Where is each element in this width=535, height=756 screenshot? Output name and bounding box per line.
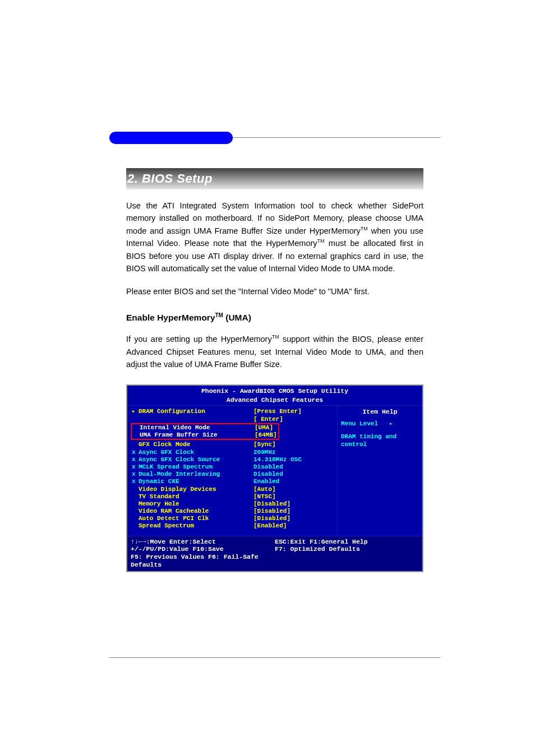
bios-setting-row: Internal Video Mode[UMA]: [133, 424, 277, 432]
triangle-right-icon: ▸: [132, 408, 139, 415]
tm-mark: TM: [272, 335, 279, 340]
bios-setting-value: Enabled: [253, 478, 279, 485]
bios-setting-value: 14.318MHz OSC: [253, 456, 302, 463]
bios-setting-value: [UMA]: [255, 424, 273, 432]
bios-setting-value: [Disabled]: [253, 515, 290, 522]
bios-setting-label: Spread Spectrum: [139, 522, 253, 530]
bios-setting-row: Video RAM Cacheable[Disabled]: [132, 508, 334, 515]
bios-row-marker: [132, 500, 139, 508]
subhead-text-a: Enable HyperMemory: [126, 313, 215, 322]
bios-setting-row: xAsync GFX Clock200MHz: [132, 449, 334, 456]
bios-setting-label: Video RAM Cacheable: [139, 508, 253, 515]
bios-setting-label: Async GFX Clock Source: [139, 456, 253, 463]
bios-setting-label: GFX Clock Mode: [139, 441, 253, 448]
subhead-text-b: (UMA): [223, 313, 251, 322]
header-pill: [109, 132, 233, 144]
paragraph-1: Use the ATI Integrated System Informatio…: [126, 200, 423, 275]
bios-setting-value: [Press Enter]: [253, 408, 302, 415]
bios-row-marker: [132, 522, 139, 530]
bios-setting-label: [139, 416, 253, 423]
bios-setting-label: MCLK Spread Spectrum: [139, 463, 253, 471]
bios-setting-label: Async GFX Clock: [139, 449, 253, 456]
header-bar: [109, 132, 440, 149]
bios-help-menu-label: Menu Level: [341, 420, 378, 427]
bios-setting-value: [NTSC]: [253, 493, 276, 500]
bios-setting-row: GFX Clock Mode[Sync]: [132, 441, 334, 448]
bios-row-marker: [132, 508, 139, 515]
bios-setting-row: xAsync GFX Clock Source14.318MHz OSC: [132, 456, 334, 463]
bios-setting-value: [64MB]: [255, 432, 277, 439]
bios-footer-right-2: F7: Optimized Defaults: [275, 545, 419, 553]
bios-setting-label: DRAM Configuration: [139, 408, 253, 415]
tm-mark: TM: [317, 239, 325, 244]
bios-row-marker: [132, 486, 139, 493]
bios-footer: ↑↓←→:Move Enter:Select +/-/PU/PD:Value F…: [127, 536, 422, 571]
bios-setting-label: Auto Detect PCI Clk: [139, 515, 253, 522]
bios-settings-panel: ▸DRAM Configuration[Press Enter][ Enter]…: [127, 406, 337, 535]
bios-setting-value: Disabled: [253, 463, 283, 471]
bios-setting-value: [Sync]: [253, 441, 276, 448]
bios-title1: Phoenix - AwardBIOS CMOS Setup Utility: [127, 386, 422, 396]
bios-setting-value: [Disabled]: [253, 500, 290, 508]
highlight-box: Internal Video Mode[UMA]UMA Frame Buffer…: [131, 423, 279, 440]
bios-setting-row: TV Standard[NTSC]: [132, 493, 334, 500]
bios-setting-row: [ Enter]: [132, 416, 334, 423]
triangle-right-icon: ▸: [389, 420, 393, 427]
bios-setting-row: Video Display Devices[Auto]: [132, 486, 334, 493]
bios-row-marker: [133, 432, 140, 439]
bios-setting-row: Auto Detect PCI Clk[Disabled]: [132, 515, 334, 522]
tm-mark: TM: [361, 226, 368, 231]
bios-help-panel: Item Help Menu Level ▸ DRAM timing and c…: [337, 406, 422, 535]
bios-title2: Advanced Chipset Features: [127, 396, 422, 406]
bios-setting-label: Memory Hole: [139, 500, 253, 508]
bios-row-marker: [132, 416, 139, 423]
bios-setting-label: UMA Frame Buffer Size: [140, 432, 255, 439]
bios-row-marker: x: [132, 471, 139, 478]
bios-setting-value: [ Enter]: [253, 416, 283, 423]
bios-help-text: DRAM timing and control: [341, 433, 419, 448]
bios-row-marker: [132, 515, 139, 522]
page-footer-rule: [109, 657, 440, 658]
bios-setting-value: 200MHz: [253, 449, 276, 456]
bios-setting-row: Spread Spectrum[Enabled]: [132, 522, 334, 530]
bios-setting-row: UMA Frame Buffer Size[64MB]: [133, 432, 277, 439]
paragraph-3: If you are setting up the HyperMemoryTM …: [126, 333, 423, 370]
tm-mark: TM: [215, 312, 223, 318]
bios-setting-row: Memory Hole[Disabled]: [132, 500, 334, 508]
bios-setting-value: [Auto]: [253, 486, 276, 493]
paragraph-2: Please enter BIOS and set the "Internal …: [126, 285, 423, 298]
bios-row-marker: [132, 441, 139, 448]
bios-setting-label: TV Standard: [139, 493, 253, 500]
bios-row-marker: x: [132, 456, 139, 463]
bios-setting-label: Dynamic CKE: [139, 478, 253, 485]
bios-row-marker: x: [132, 463, 139, 471]
bios-setting-row: xMCLK Spread SpectrumDisabled: [132, 463, 334, 471]
bios-setting-row: xDynamic CKEEnabled: [132, 478, 334, 485]
bios-row-marker: x: [132, 478, 139, 485]
bios-footer-right-1: ESC:Exit F1:General Help: [275, 538, 419, 546]
bios-help-title: Item Help: [341, 408, 419, 416]
bios-setting-value: Disabled: [253, 471, 283, 478]
bios-setting-value: [Enabled]: [253, 522, 287, 530]
bios-row-marker: [133, 424, 140, 432]
bios-setting-row: ▸DRAM Configuration[Press Enter]: [132, 408, 334, 415]
bios-screenshot: Phoenix - AwardBIOS CMOS Setup Utility A…: [126, 384, 423, 572]
para2-text: Please enter BIOS and set the "Internal …: [126, 285, 423, 298]
bios-row-marker: x: [132, 449, 139, 456]
bios-row-marker: [132, 493, 139, 500]
bios-footer-left-1: ↑↓←→:Move Enter:Select +/-/PU/PD:Value F…: [131, 538, 275, 554]
bios-setting-row: xDual-Mode InterleavingDisabled: [132, 471, 334, 478]
bios-footer-left-2: F5: Previous Values F6: Fail-Safe Defaul…: [131, 553, 275, 569]
subheading: Enable HyperMemoryTM (UMA): [126, 312, 423, 323]
bios-setting-label: Video Display Devices: [139, 486, 253, 493]
bios-setting-label: Dual-Mode Interleaving: [139, 471, 253, 478]
bios-setting-label: Internal Video Mode: [140, 424, 255, 432]
bios-setting-value: [Disabled]: [253, 508, 290, 515]
section-title: 2. BIOS Setup: [126, 168, 423, 189]
para3-text-a: If you are setting up the HyperMemory: [126, 335, 272, 344]
